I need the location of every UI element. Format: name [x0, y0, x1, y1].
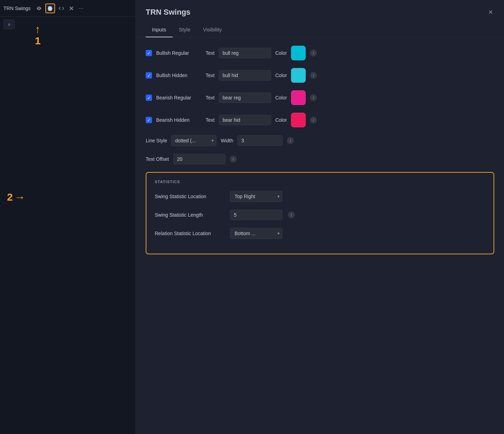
line-style-select[interactable]: dotted (... solid dashed — [171, 135, 216, 146]
bearish-hidden-row: Bearish Hidden Text Color i — [146, 113, 494, 127]
bullish-hidden-label: Bullish Hidden — [156, 73, 201, 78]
bullish-regular-label: Bullish Regular — [156, 50, 201, 56]
swing-location-row: Swing Statistic Location Top Right Top L… — [155, 191, 485, 202]
eye-icon — [36, 6, 42, 11]
tab-inputs[interactable]: Inputs — [146, 23, 173, 37]
width-input[interactable] — [237, 135, 283, 146]
bullish-hidden-color-swatch[interactable] — [291, 68, 306, 83]
collapse-button[interactable]: ∧ — [3, 20, 15, 29]
inputs-content: Bullish Regular Text Color i Bullish Hid… — [136, 37, 504, 434]
bearish-hidden-text-input[interactable] — [219, 115, 271, 125]
panel-title: TRN Swings — [146, 8, 190, 17]
bearish-regular-label: Bearish Regular — [156, 95, 201, 100]
bearish-regular-color-swatch[interactable] — [291, 90, 306, 105]
close-panel-icon: × — [488, 8, 493, 17]
text-offset-row: Text Offset i — [146, 154, 494, 164]
bearish-hidden-color-label: Color — [275, 117, 287, 123]
tab-style[interactable]: Style — [173, 23, 197, 37]
bullish-regular-row: Bullish Regular Text Color i — [146, 46, 494, 60]
main-panel: TRN Swings × Inputs Style Visibility Bul… — [136, 0, 504, 434]
swing-location-select[interactable]: Top Right Top Left Bottom Right Bottom L… — [230, 191, 282, 202]
bearish-regular-text-label: Text — [206, 95, 215, 100]
bullish-hidden-text-label: Text — [206, 73, 215, 78]
relation-location-select[interactable]: Bottom ... Top Right — [230, 228, 282, 239]
bearish-regular-checkbox[interactable] — [146, 95, 152, 101]
annotation-container: ∧ ↑ 1 2 → — [0, 17, 136, 434]
bullish-regular-text-input[interactable] — [219, 48, 271, 58]
arrow-right-icon: → — [14, 192, 25, 203]
bearish-hidden-checkbox[interactable] — [146, 117, 152, 123]
bullish-hidden-row: Bullish Hidden Text Color i — [146, 68, 494, 83]
annotation-2: 2 → — [7, 191, 25, 203]
ellipsis-icon: ··· — [79, 5, 83, 12]
sidebar-topbar: TRN Swings ··· — [0, 0, 136, 17]
bullish-regular-info-icon[interactable]: i — [310, 50, 317, 57]
statistics-section-label: STATISTICS — [155, 180, 485, 184]
text-offset-input[interactable] — [173, 154, 226, 164]
text-offset-info-icon[interactable]: i — [230, 156, 237, 163]
tabs-bar: Inputs Style Visibility — [136, 23, 504, 37]
close-small-icon — [69, 6, 74, 11]
eye-icon-btn[interactable] — [35, 4, 43, 13]
more-options-btn[interactable]: ··· — [77, 4, 85, 13]
text-offset-label: Text Offset — [146, 156, 169, 162]
bearish-regular-row: Bearish Regular Text Color i — [146, 90, 494, 105]
bullish-regular-color-label: Color — [275, 50, 287, 56]
annotation-1: ↑ 1 — [35, 24, 41, 47]
swing-length-row: Swing Statistic Length i — [155, 210, 485, 220]
width-label: Width — [221, 138, 233, 143]
sidebar-title: TRN Swings — [3, 6, 31, 11]
width-info-icon[interactable]: i — [287, 137, 294, 144]
settings-icon — [47, 6, 53, 11]
bearish-regular-info-icon[interactable]: i — [310, 94, 317, 101]
bullish-regular-color-swatch[interactable] — [291, 46, 306, 60]
panel-header: TRN Swings × — [136, 0, 504, 18]
line-style-label: Line Style — [146, 138, 167, 143]
collapse-icon: ∧ — [8, 22, 11, 27]
settings-icon-btn[interactable] — [45, 3, 55, 13]
bullish-regular-checkbox[interactable] — [146, 50, 152, 56]
relation-location-row: Relation Statistic Location Bottom ... T… — [155, 228, 485, 239]
swing-location-select-wrapper: Top Right Top Left Bottom Right Bottom L… — [230, 191, 282, 202]
bearish-hidden-text-label: Text — [206, 117, 215, 123]
relation-location-label: Relation Statistic Location — [155, 231, 224, 236]
swing-length-input[interactable] — [230, 210, 282, 220]
bullish-hidden-color-label: Color — [275, 73, 287, 78]
bearish-regular-color-label: Color — [275, 95, 287, 100]
bearish-regular-text-input[interactable] — [219, 92, 271, 103]
line-style-select-wrapper: dotted (... solid dashed ▾ — [171, 135, 216, 146]
swing-location-label: Swing Statistic Location — [155, 194, 224, 199]
close-small-btn[interactable] — [68, 5, 75, 12]
bearish-hidden-color-swatch[interactable] — [291, 113, 306, 127]
bullish-hidden-info-icon[interactable]: i — [310, 72, 317, 79]
close-panel-button[interactable]: × — [487, 6, 494, 18]
bullish-hidden-text-input[interactable] — [219, 70, 271, 81]
bearish-hidden-label: Bearish Hidden — [156, 117, 201, 123]
tab-visibility[interactable]: Visibility — [197, 23, 228, 37]
arrow-up-icon: ↑ — [35, 24, 40, 35]
bullish-regular-text-label: Text — [206, 50, 215, 56]
relation-location-select-wrapper: Bottom ... Top Right ▾ — [230, 228, 282, 239]
sidebar: TRN Swings ··· ∧ ↑ 1 2 → — [0, 0, 136, 434]
bullish-hidden-checkbox[interactable] — [146, 72, 152, 78]
code-icon-btn[interactable] — [57, 4, 66, 13]
bearish-hidden-info-icon[interactable]: i — [310, 117, 317, 124]
swing-length-label: Swing Statistic Length — [155, 212, 224, 218]
statistics-box: STATISTICS Swing Statistic Location Top … — [146, 172, 494, 254]
swing-length-info-icon[interactable]: i — [288, 211, 295, 218]
line-style-row: Line Style dotted (... solid dashed ▾ Wi… — [146, 135, 494, 146]
code-icon — [59, 6, 64, 11]
